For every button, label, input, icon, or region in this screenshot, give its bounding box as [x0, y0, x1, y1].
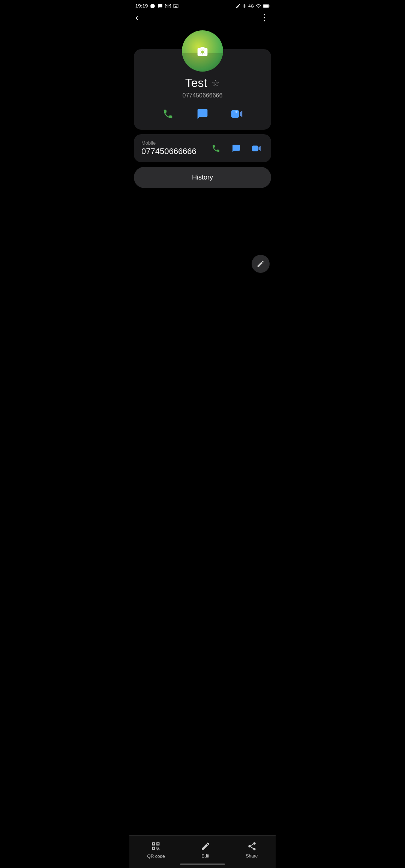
status-left: 19:19: [135, 3, 178, 9]
phone-row-actions: [209, 141, 264, 156]
video-icon-circle: [229, 106, 245, 122]
phone-row-card: Mobile 077450666666: [134, 134, 271, 162]
svg-rect-5: [252, 145, 258, 151]
contact-name-row: Test ☆: [185, 76, 220, 90]
phone-row-video-icon: [252, 144, 261, 153]
svg-point-4: [236, 111, 238, 113]
edit-fab-button[interactable]: [252, 255, 270, 273]
phone-row-call-button[interactable]: [209, 141, 223, 156]
contact-phone-header: 077450666666: [183, 92, 223, 99]
pen-icon: [236, 3, 241, 9]
gmail-icon: [165, 4, 171, 8]
video-icon: [231, 108, 243, 120]
phone-number-display: 077450666666: [141, 147, 196, 156]
network-label: 4G: [248, 4, 254, 8]
message-icon-circle: [194, 106, 211, 122]
phone-type-label: Mobile: [141, 140, 196, 146]
sms-icon: [158, 3, 163, 9]
svg-rect-1: [268, 5, 269, 7]
top-navigation: ‹ ⋮: [129, 10, 276, 27]
phone-icon: [162, 108, 174, 120]
status-right: 4G: [236, 3, 270, 9]
edit-fab-icon: [256, 260, 265, 268]
history-button[interactable]: History: [134, 167, 271, 188]
image-icon: [173, 3, 178, 9]
phone-row-call-icon: [212, 144, 220, 153]
back-button[interactable]: ‹: [135, 13, 138, 22]
call-button[interactable]: [160, 106, 176, 122]
action-icons-row: [160, 106, 245, 122]
battery-icon: [263, 4, 270, 8]
phone-row-message-button[interactable]: [229, 141, 243, 156]
status-bar: 19:19 4G: [129, 0, 276, 10]
message-button[interactable]: [194, 106, 211, 122]
contact-name: Test: [185, 76, 207, 90]
chat-icon: [196, 108, 208, 120]
more-options-button[interactable]: ⋮: [260, 13, 270, 22]
time-display: 19:19: [135, 3, 148, 9]
favorite-button[interactable]: ☆: [212, 78, 220, 88]
call-icon-circle: [160, 106, 176, 122]
phone-row-chat-icon: [232, 144, 241, 153]
contact-card: Test ☆ 077450666666: [134, 49, 271, 130]
whatsapp-icon: [150, 3, 155, 9]
svg-rect-3: [231, 110, 239, 118]
avatar: [182, 30, 223, 72]
signal-icon: [255, 3, 261, 9]
camera-icon: [196, 46, 208, 56]
phone-row-left: Mobile 077450666666: [141, 140, 196, 156]
svg-rect-2: [263, 4, 268, 7]
avatar-container: [182, 30, 223, 72]
phone-row-video-button[interactable]: [249, 141, 264, 156]
bluetooth-icon: [242, 3, 247, 9]
video-call-button[interactable]: [229, 106, 245, 122]
